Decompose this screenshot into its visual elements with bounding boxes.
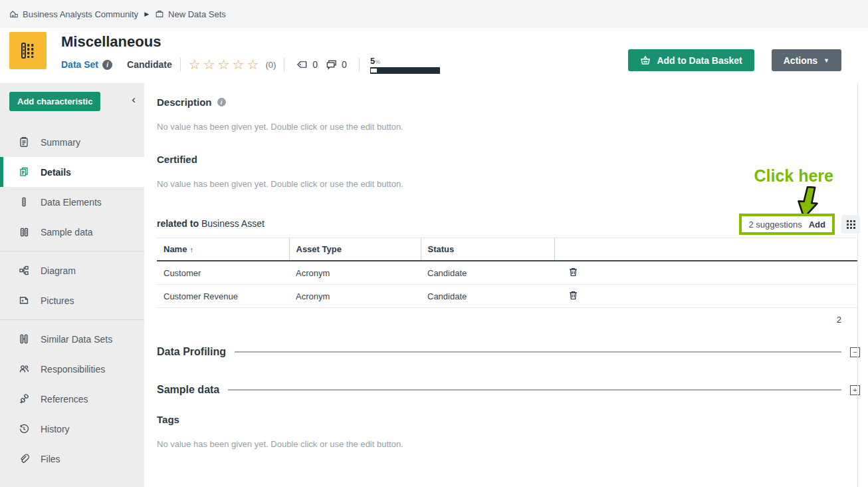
sidebar-item-pictures[interactable]: Pictures: [0, 285, 144, 315]
sidebar-item-similar-data-sets[interactable]: Similar Data Sets: [0, 324, 144, 354]
sidebar-item-references[interactable]: References: [0, 384, 144, 414]
page-title: Miscellaneous: [61, 33, 440, 51]
sidebar-item-diagram[interactable]: Diagram: [0, 255, 144, 285]
add-to-data-basket-button[interactable]: Add to Data Basket: [628, 49, 754, 71]
sidebar-item-label: Diagram: [41, 265, 76, 276]
breadcrumb-domain-label: New Data Sets: [168, 9, 226, 19]
description-empty-value[interactable]: No value has been given yet. Double clic…: [157, 122, 860, 132]
progress-bar: [370, 67, 440, 74]
breadcrumb-community-label: Business Analysts Community: [23, 9, 138, 19]
table-row[interactable]: Customer Acronym Candidate: [157, 261, 857, 285]
paperclip-icon: [18, 453, 30, 464]
section-rule: [235, 351, 841, 353]
tags-counter[interactable]: 0: [296, 59, 318, 70]
column-header-status[interactable]: Status: [421, 238, 554, 261]
cell-asset-type: Acronym: [289, 261, 421, 285]
diagram-icon: [18, 265, 30, 276]
progress-fill: [371, 69, 377, 73]
expand-section-button[interactable]: +: [850, 385, 860, 395]
cell-status: Candidate: [421, 261, 554, 285]
related-to-section: Click here 2 suggestions Add: [157, 218, 860, 325]
tag-icon: [296, 60, 308, 69]
rating-stars[interactable]: ☆☆☆☆☆: [189, 58, 262, 71]
sort-up-icon: ↑: [189, 245, 193, 253]
sidebar-item-details[interactable]: Details: [0, 157, 144, 187]
table-row[interactable]: Customer Revenue Acronym Candidate: [157, 285, 857, 308]
domain-icon: [155, 9, 164, 19]
actions-label: Actions: [784, 55, 817, 66]
sidebar-item-files[interactable]: Files: [0, 444, 144, 474]
divider: [284, 58, 284, 71]
sidebar-item-label: Details: [41, 167, 71, 178]
comments-icon: [326, 59, 337, 70]
history-clock-icon: [18, 423, 30, 434]
sidebar: Add characteristic ‹ Summary: [0, 83, 144, 487]
cell-status: Candidate: [421, 285, 554, 308]
suggestions-add-button[interactable]: 2 suggestions Add: [739, 214, 835, 235]
sidebar-item-data-elements[interactable]: Data Elements: [0, 187, 144, 217]
breadcrumb: Business Analysts Community ▶ New Data S…: [0, 0, 868, 28]
divider: [359, 58, 360, 71]
delete-relation-button[interactable]: [561, 290, 578, 300]
sidebar-item-label: Pictures: [41, 295, 74, 306]
certified-heading: Certified: [157, 154, 860, 165]
click-here-annotation: Click here: [754, 166, 833, 186]
comments-counter[interactable]: 0: [326, 59, 347, 70]
cell-name[interactable]: Customer: [157, 261, 289, 285]
breadcrumb-caret-icon: ▶: [144, 11, 149, 17]
asset-type-link[interactable]: Data Set: [61, 59, 98, 70]
completeness-progress: 5%: [370, 55, 440, 74]
section-rule: [228, 389, 841, 391]
main-content: Description i No value has been given ye…: [144, 83, 868, 487]
sidebar-item-sample-data[interactable]: Sample data: [0, 217, 144, 247]
app-window: Business Analysts Community ▶ New Data S…: [0, 0, 868, 487]
similar-columns-icon: [18, 333, 30, 345]
sidebar-item-label: Data Elements: [41, 197, 102, 208]
progress-unit: %: [375, 59, 380, 65]
sidebar-item-label: Responsibilities: [41, 364, 105, 375]
cell-asset-type: Acronym: [289, 285, 421, 308]
sidebar-item-summary[interactable]: Summary: [0, 127, 144, 157]
sidebar-item-label: Summary: [41, 137, 80, 148]
tags-count: 0: [312, 59, 318, 70]
community-icon: [9, 9, 19, 19]
data-profiling-heading: Data Profiling: [157, 346, 226, 358]
actions-button[interactable]: Actions ▼: [772, 49, 841, 71]
sidebar-item-label: History: [41, 424, 70, 434]
column-header-name[interactable]: Name↑: [157, 238, 289, 261]
sidebar-item-responsibilities[interactable]: Responsibilities: [0, 354, 144, 384]
clipboard-icon: [18, 136, 30, 148]
table-row-count: 2: [157, 308, 857, 325]
sidebar-item-history[interactable]: History: [0, 414, 144, 444]
tags-empty-value[interactable]: No value has been given yet. Double clic…: [157, 439, 860, 449]
asset-type-info-icon[interactable]: i: [102, 60, 112, 70]
sidebar-item-label: References: [41, 394, 88, 405]
table-settings-grid-button[interactable]: [841, 215, 860, 234]
picture-icon: [18, 295, 30, 306]
description-info-icon[interactable]: i: [217, 98, 226, 106]
sidebar-divider: [0, 251, 144, 251]
column-header-actions: [554, 238, 857, 261]
link-icon: [18, 393, 30, 405]
dataset-asset-icon: [9, 32, 47, 69]
delete-relation-button[interactable]: [561, 267, 578, 277]
related-assets-table: Name↑ Asset Type Status Customer Acronym…: [157, 238, 857, 308]
column-header-asset-type[interactable]: Asset Type: [289, 238, 421, 261]
breadcrumb-community-link[interactable]: Business Analysts Community: [9, 9, 138, 19]
data-profiling-section-header: Data Profiling −: [157, 346, 860, 358]
cell-name[interactable]: Customer Revenue: [157, 285, 289, 308]
status-badge: Candidate: [127, 59, 172, 70]
add-characteristic-button[interactable]: Add characteristic: [9, 92, 100, 111]
add-label[interactable]: Add: [809, 220, 825, 230]
sidebar-collapse-icon[interactable]: ‹: [132, 94, 136, 105]
people-icon: [18, 363, 30, 375]
collapse-section-button[interactable]: −: [850, 347, 860, 357]
add-to-basket-label: Add to Data Basket: [657, 55, 742, 66]
rating-count: (0): [265, 60, 276, 70]
comments-count: 0: [342, 59, 347, 70]
suggestions-count-label: 2 suggestions: [748, 220, 802, 230]
breadcrumb-domain-link[interactable]: New Data Sets: [155, 9, 226, 19]
tags-heading: Tags: [157, 414, 860, 425]
sample-data-section-header: Sample data +: [157, 384, 860, 396]
sidebar-item-label: Files: [41, 454, 60, 464]
